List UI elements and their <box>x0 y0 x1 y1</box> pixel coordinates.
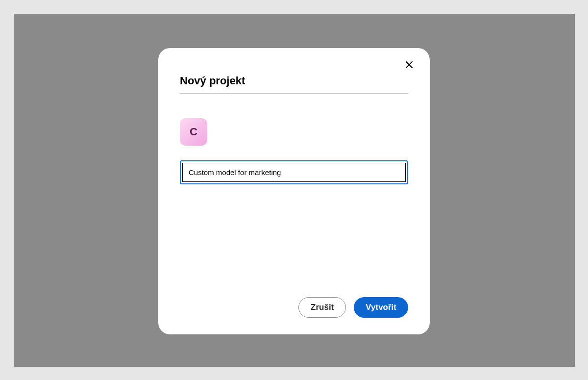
close-button[interactable] <box>402 59 416 73</box>
modal-footer: Zrušit Vytvořit <box>180 297 408 321</box>
title-divider <box>180 93 408 94</box>
cancel-button[interactable]: Zrušit <box>298 297 346 318</box>
name-input-wrapper <box>180 160 408 184</box>
modal-overlay: Nový projekt C Zrušit Vytvořit <box>14 14 575 367</box>
project-icon: C <box>180 118 207 146</box>
project-initial: C <box>190 126 197 138</box>
close-icon <box>405 61 413 70</box>
create-button[interactable]: Vytvořit <box>354 297 408 318</box>
new-project-modal: Nový projekt C Zrušit Vytvořit <box>158 48 430 334</box>
project-name-input[interactable] <box>182 163 406 182</box>
modal-title: Nový projekt <box>180 75 408 87</box>
